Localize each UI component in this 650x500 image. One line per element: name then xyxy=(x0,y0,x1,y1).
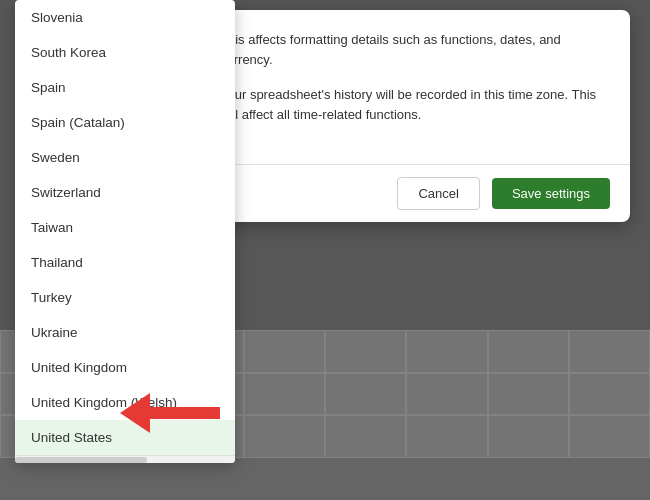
dropdown-item[interactable]: Spain xyxy=(15,70,235,105)
arrow-head xyxy=(120,393,150,433)
dropdown-scrollbar[interactable] xyxy=(15,455,235,463)
arrow-indicator xyxy=(120,393,220,433)
dropdown-item[interactable]: Turkey xyxy=(15,280,235,315)
dropdown-item[interactable]: Thailand xyxy=(15,245,235,280)
locale-description: This affects formatting details such as … xyxy=(220,30,610,69)
dropdown-item[interactable]: Sweden xyxy=(15,140,235,175)
dropdown-item[interactable]: Switzerland xyxy=(15,175,235,210)
dropdown-item[interactable]: Slovenia xyxy=(15,0,235,35)
dropdown-item[interactable]: Ukraine xyxy=(15,315,235,350)
cancel-button[interactable]: Cancel xyxy=(397,177,479,210)
settings-dialog: This affects formatting details such as … xyxy=(200,10,630,222)
dialog-actions: Cancel Save settings xyxy=(200,164,630,222)
timezone-description: Your spreadsheet's history will be recor… xyxy=(220,85,610,124)
dialog-content: This affects formatting details such as … xyxy=(200,10,630,164)
dropdown-item[interactable]: South Korea xyxy=(15,35,235,70)
save-settings-button[interactable]: Save settings xyxy=(492,178,610,209)
dropdown-item[interactable]: Spain (Catalan) xyxy=(15,105,235,140)
dropdown-scroll-area[interactable]: SloveniaSouth KoreaSpainSpain (Catalan)S… xyxy=(15,0,235,455)
dropdown-scrollbar-thumb xyxy=(15,457,147,463)
timezone-setting-row: Your spreadsheet's history will be recor… xyxy=(220,85,610,124)
locale-setting-row: This affects formatting details such as … xyxy=(220,30,610,69)
arrow-shape xyxy=(120,393,220,433)
dropdown-item[interactable]: United Kingdom xyxy=(15,350,235,385)
arrow-body xyxy=(150,407,220,419)
dropdown-item[interactable]: Taiwan xyxy=(15,210,235,245)
